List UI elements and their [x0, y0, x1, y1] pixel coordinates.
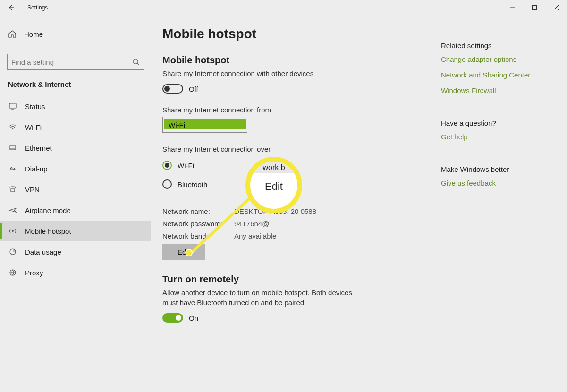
annotation-dot	[185, 249, 193, 256]
sidebar-item-wifi[interactable]: Wi-Fi	[0, 117, 158, 137]
maximize-icon	[532, 5, 537, 10]
radio-label: Wi-Fi	[178, 162, 194, 170]
radio-icon	[162, 161, 172, 170]
settings-window: Settings Home	[0, 0, 567, 392]
svg-point-3	[12, 128, 14, 130]
better-title: Make Windows better	[441, 165, 559, 173]
back-button[interactable]	[0, 0, 23, 15]
right-column: Related settings Change adapter options …	[441, 26, 559, 392]
sidebar-item-hotspot[interactable]: Mobile hotspot	[0, 221, 158, 241]
sidebar-item-airplane[interactable]: Airplane mode	[0, 200, 158, 221]
search-icon	[132, 58, 140, 66]
ethernet-icon	[8, 144, 17, 152]
share-from-value: Wi-Fi	[169, 121, 185, 129]
titlebar: Settings	[0, 0, 567, 15]
sidebar-item-label: Ethernet	[25, 144, 52, 152]
info-row-password: Network password: 94T76n4@	[162, 217, 441, 230]
main-area: Mobile hotspot Mobile hotspot Share my I…	[151, 15, 567, 392]
close-button[interactable]	[545, 0, 567, 15]
related-settings-title: Related settings	[441, 42, 559, 50]
home-icon	[8, 30, 17, 38]
section-remote-sub: Allow another device to turn on mobile h…	[162, 288, 361, 307]
section-hotspot-title: Mobile hotspot	[162, 55, 441, 66]
info-val: 94T76n4@	[234, 220, 269, 228]
sidebar-item-proxy[interactable]: Proxy	[0, 262, 158, 283]
svg-rect-2	[9, 103, 16, 108]
sidebar-item-label: Proxy	[25, 269, 43, 277]
sidebar-item-label: Status	[25, 102, 45, 111]
radio-label: Bluetooth	[178, 180, 207, 188]
sidebar-item-label: Wi-Fi	[25, 123, 42, 131]
sidebar-item-dialup[interactable]: Dial-up	[0, 158, 158, 179]
info-key: Network name:	[162, 207, 234, 215]
sidebar-item-status[interactable]: Status	[0, 96, 158, 117]
wifi-icon	[8, 123, 17, 131]
share-over-label: Share my Internet connection over	[162, 145, 441, 153]
sidebar-item-label: VPN	[25, 186, 40, 194]
remote-toggle-row: On	[162, 313, 441, 323]
arrow-left-icon	[8, 4, 15, 11]
radio-icon	[162, 179, 172, 189]
hotspot-icon	[8, 227, 17, 235]
minimize-icon	[510, 5, 515, 10]
hotspot-toggle-row: Off	[162, 84, 441, 94]
share-from-label: Share my Internet connection from	[162, 106, 441, 114]
close-icon	[554, 5, 559, 10]
page-title: Mobile hotspot	[162, 26, 441, 42]
dialup-icon	[8, 164, 17, 173]
section-hotspot-sub: Share my Internet connection with other …	[162, 68, 361, 78]
magnifier-edit-text: Edit	[250, 178, 297, 193]
home-label: Home	[24, 30, 43, 38]
link-get-help[interactable]: Get help	[441, 133, 559, 141]
window-title: Settings	[27, 4, 48, 11]
remote-toggle-label: On	[189, 314, 198, 322]
proxy-icon	[8, 268, 17, 277]
hotspot-toggle-label: Off	[189, 85, 198, 93]
sidebar-item-label: Dial-up	[25, 165, 48, 173]
sidebar-item-data[interactable]: Data usage	[0, 241, 158, 262]
radio-wifi[interactable]: Wi-Fi	[162, 156, 441, 175]
sidebar-item-label: Data usage	[25, 248, 61, 256]
link-sharing-center[interactable]: Network and Sharing Center	[441, 71, 559, 79]
vpn-icon	[8, 185, 17, 194]
share-from-dropdown[interactable]: Wi-Fi	[162, 117, 247, 133]
home-nav[interactable]: Home	[7, 25, 144, 43]
search-box[interactable]	[7, 54, 144, 70]
body: Home Network & Internet Status Wi-Fi Eth…	[0, 15, 567, 392]
magnifier-top-text: work b	[250, 162, 297, 173]
content-column: Mobile hotspot Mobile hotspot Share my I…	[162, 26, 441, 392]
info-key: Network band:	[162, 232, 234, 240]
svg-point-6	[12, 230, 14, 232]
window-controls	[502, 0, 567, 15]
svg-rect-0	[533, 6, 537, 10]
sidebar: Home Network & Internet Status Wi-Fi Eth…	[0, 15, 151, 392]
sidebar-item-label: Mobile hotspot	[25, 227, 71, 235]
info-row-name: Network name: DESKTOP-A005: 20 0588	[162, 205, 441, 217]
link-adapter-options[interactable]: Change adapter options	[441, 55, 559, 63]
status-icon	[8, 102, 17, 111]
search-input[interactable]	[11, 58, 132, 66]
airplane-icon	[8, 206, 17, 214]
remote-toggle[interactable]	[162, 313, 183, 323]
hotspot-toggle[interactable]	[162, 84, 183, 94]
svg-rect-5	[11, 189, 15, 192]
info-val: Any available	[234, 232, 276, 240]
maximize-button[interactable]	[524, 0, 545, 15]
link-firewall[interactable]: Windows Firewall	[441, 86, 559, 94]
sidebar-item-vpn[interactable]: VPN	[0, 179, 158, 200]
category-header: Network & Internet	[7, 80, 144, 88]
svg-point-1	[133, 59, 138, 64]
sidebar-item-ethernet[interactable]: Ethernet	[0, 137, 158, 158]
data-usage-icon	[8, 247, 17, 256]
sidebar-item-label: Airplane mode	[25, 206, 71, 214]
minimize-button[interactable]	[502, 0, 524, 15]
question-title: Have a question?	[441, 119, 559, 127]
section-remote-title: Turn on remotely	[162, 274, 441, 285]
annotation-magnifier: work b Edit	[245, 157, 302, 213]
network-info: Network name: DESKTOP-A005: 20 0588 Netw…	[162, 205, 441, 242]
link-feedback[interactable]: Give us feedback	[441, 179, 559, 187]
